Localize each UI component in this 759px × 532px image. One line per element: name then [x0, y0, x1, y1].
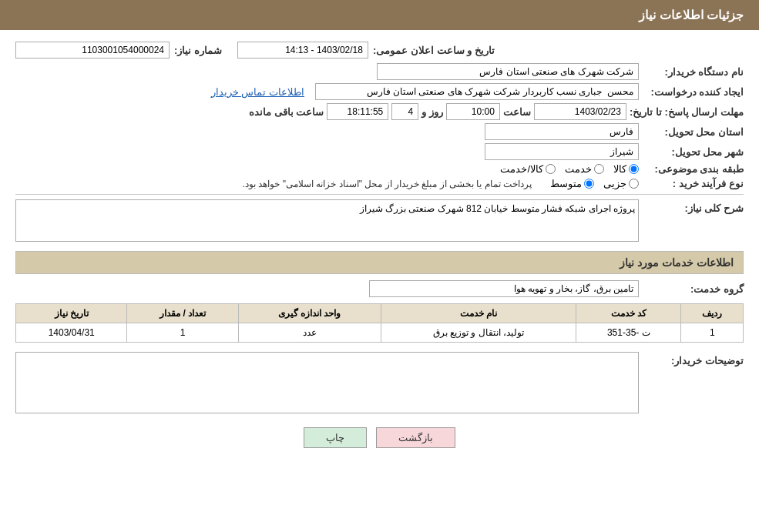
proc-note: پرداخت تمام یا بخشی از مبلغ خریدار از مح…	[243, 179, 532, 189]
services-section-title: اطلاعات خدمات مورد نیاز	[15, 251, 744, 274]
city-label: شهر محل تحویل:	[643, 146, 744, 158]
cell-name: تولید، انتقال و توزیع برق	[381, 323, 576, 343]
back-button[interactable]: بازگشت	[376, 427, 455, 448]
col-qty: تعداد / مقدار	[127, 304, 238, 323]
cell-code: ت -35-351	[576, 323, 681, 343]
need-desc-label: شرح کلی نیاز:	[643, 199, 744, 214]
need-number-input[interactable]	[15, 42, 170, 59]
category-radio-group: کالا خدمت کالا/خدمت	[500, 163, 639, 175]
proc-type-radio-group: جزیی متوسط	[550, 178, 639, 189]
creator-input[interactable]	[315, 83, 639, 100]
deadline-label: مهلت ارسال پاسخ: تا تاریخ:	[630, 106, 744, 118]
category-kala-khedmat-label: کالا/خدمت	[500, 163, 543, 175]
deadline-remaining-label: ساعت باقی مانده	[249, 106, 324, 118]
contact-link[interactable]: اطلاعات تماس خریدار	[211, 86, 304, 98]
city-input[interactable]	[485, 143, 639, 160]
proc-jozee-radio[interactable]	[629, 179, 639, 189]
need-desc-textarea[interactable]	[15, 199, 639, 242]
need-number-label: شماره نیاز:	[174, 45, 222, 56]
deadline-remaining[interactable]	[327, 103, 388, 120]
category-khedmat-radio[interactable]	[594, 164, 604, 174]
cell-date: 1403/04/31	[16, 323, 127, 343]
proc-jozee-label: جزیی	[603, 178, 626, 189]
services-table: ردیف کد خدمت نام خدمت واحد اندازه گیری ت…	[15, 303, 744, 343]
col-unit: واحد اندازه گیری	[238, 304, 381, 323]
category-label: طبقه بندی موضوعی:	[643, 163, 744, 175]
province-label: استان محل تحویل:	[643, 126, 744, 138]
page-header: جزئیات اطلاعات نیاز	[0, 0, 759, 30]
proc-motavaset-radio[interactable]	[584, 179, 594, 189]
table-row: 1 ت -35-351 تولید، انتقال و توزیع برق عد…	[16, 323, 744, 343]
deadline-day-label: روز و	[421, 106, 443, 118]
print-button[interactable]: چاپ	[304, 427, 367, 448]
category-kala-khedmat-radio[interactable]	[546, 164, 556, 174]
deadline-time-label: ساعت	[503, 106, 531, 118]
action-buttons: بازگشت چاپ	[15, 427, 744, 448]
category-kala-radio[interactable]	[629, 164, 639, 174]
col-row: ردیف	[681, 304, 744, 323]
category-kala-label: کالا	[613, 163, 626, 175]
page-title: جزئیات اطلاعات نیاز	[639, 8, 744, 22]
proc-motavaset-label: متوسط	[550, 178, 582, 189]
buyer-desc-label: توضیحات خریدار:	[643, 352, 744, 366]
service-group-label: گروه خدمت:	[643, 283, 744, 295]
col-name: نام خدمت	[381, 304, 576, 323]
cell-unit: عدد	[238, 323, 381, 343]
deadline-date[interactable]	[534, 103, 626, 120]
deadline-time[interactable]	[446, 103, 500, 120]
cell-qty: 1	[127, 323, 238, 343]
cell-row: 1	[681, 323, 744, 343]
announce-value[interactable]	[237, 42, 368, 59]
col-code: کد خدمت	[576, 304, 681, 323]
category-khedmat-label: خدمت	[565, 163, 592, 175]
announce-label: تاریخ و ساعت اعلان عمومی:	[373, 45, 495, 56]
buyer-org-input[interactable]	[377, 63, 639, 80]
buyer-org-label: نام دستگاه خریدار:	[643, 66, 744, 78]
province-input[interactable]	[485, 123, 639, 140]
deadline-days[interactable]	[391, 103, 418, 120]
buyer-desc-textarea[interactable]	[15, 352, 639, 413]
service-group-input[interactable]	[369, 280, 639, 297]
proc-type-label: نوع فرآیند خرید :	[643, 178, 744, 189]
col-date: تاریخ نیاز	[16, 304, 127, 323]
creator-label: ایجاد کننده درخواست:	[643, 86, 744, 98]
